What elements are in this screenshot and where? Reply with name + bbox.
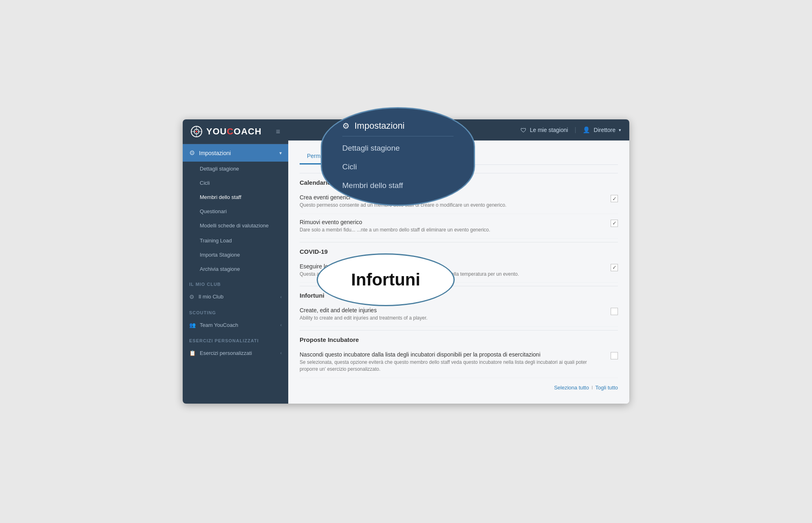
section-label-scouting: SCOUTING (183, 305, 288, 318)
direttore-chevron-icon: ▾ (619, 128, 621, 133)
sidebar-item-impostazioni[interactable]: ⚙ Impostazioni ▾ (183, 144, 288, 162)
tooltip-item-membri[interactable]: Membri dello staff (342, 179, 454, 192)
seleziona-tutto-link[interactable]: Seleziona tutto (554, 385, 589, 391)
club-gear-icon: ⚙ (189, 294, 194, 300)
tooltip-title: ⚙ Impostazioni (342, 121, 454, 136)
section-label-club: IL MIO CLUB (183, 276, 288, 289)
sidebar-sub-training[interactable]: Training Load (183, 233, 288, 248)
youcoach-logo-icon (191, 126, 202, 137)
checkbox-screening[interactable] (611, 264, 618, 271)
sidebar-sub-importa[interactable]: Importa Stagione (183, 248, 288, 262)
sidebar: YOUCOACH ≡ ⚙ Impostazioni ▾ Dettagli sta… (183, 119, 288, 404)
impostazioni-gear-icon: ⚙ (189, 149, 195, 157)
logo-text: YOUCOACH (206, 126, 261, 137)
logo-coach: C (227, 126, 234, 136)
scouting-chevron-icon: ‹ (280, 322, 282, 327)
logo-oach: OACH (234, 126, 262, 136)
hamburger-icon[interactable]: ≡ (276, 128, 280, 136)
gear-icon: ⚙ (342, 121, 350, 131)
tooltip-item-cicli[interactable]: Cicli (342, 160, 454, 174)
club-chevron-icon: ‹ (280, 294, 282, 299)
checkbox-injuries[interactable] (611, 308, 618, 315)
logo-you: YOU (206, 126, 227, 136)
permission-crea-eventi-text: Crea eventi generici Questo permesso con… (300, 194, 604, 209)
actions-separator: I (592, 385, 593, 391)
tooltip-impostazioni: ⚙ Impostazioni Dettagli stagione Cicli M… (321, 107, 475, 206)
sidebar-sub-membri[interactable]: Membri dello staff (183, 190, 288, 204)
permission-rimuovi-evento-text: Rimuovi evento generico Dare solo a memb… (300, 219, 604, 233)
sidebar-sub-questionari[interactable]: Questionari (183, 204, 288, 218)
esercizi-clipboard-icon: 📋 (189, 350, 196, 356)
permission-incubatore: Nascondi questo incubatore dalla lista d… (300, 346, 618, 378)
checkbox-incubatore[interactable] (611, 352, 618, 359)
togli-tutto-link[interactable]: Togli tutto (595, 385, 618, 391)
topbar-stagioni[interactable]: 🛡 Le mie stagioni (520, 127, 568, 134)
tooltip-infortuni: Infortuni (317, 253, 455, 306)
topbar-divider: | (574, 126, 576, 134)
checkbox-rimuovi-evento[interactable] (611, 220, 618, 227)
esercizi-chevron-icon: ‹ (280, 350, 282, 355)
sidebar-sub-cicli[interactable]: Cicli (183, 176, 288, 190)
bottom-actions: Seleziona tutto I Togli tutto (300, 378, 618, 394)
permission-injuries: Create, edit and delete injuries Ability… (300, 302, 618, 327)
sidebar-sub-dettagli[interactable]: Dettagli stagione (183, 162, 288, 176)
sidebar-sub-modelli[interactable]: Modelli schede di valutazione (183, 218, 288, 233)
sidebar-item-scouting[interactable]: 👥 Team YouCoach ‹ (183, 318, 288, 333)
sidebar-logo: YOUCOACH ≡ (183, 119, 288, 144)
svg-point-4 (196, 131, 197, 132)
section-incubatore: Proposte Incubatore (300, 330, 618, 346)
permission-rimuovi-evento: Rimuovi evento generico Dare solo a memb… (300, 214, 618, 239)
permission-injuries-text: Create, edit and delete injuries Ability… (300, 307, 604, 322)
topbar-direttore[interactable]: 👤 Direttore ▾ (583, 126, 621, 134)
sidebar-item-esercizi[interactable]: 📋 Esercizi personalizzati ‹ (183, 346, 288, 361)
impostazioni-chevron-icon: ▾ (279, 150, 282, 156)
sidebar-sub-archivia[interactable]: Archivia stagione (183, 262, 288, 276)
scouting-binoculars-icon: 👥 (189, 322, 196, 328)
shield-icon: 🛡 (520, 127, 527, 134)
section-covid: COVID-19 (300, 242, 618, 258)
user-icon: 👤 (583, 126, 590, 134)
sidebar-item-club[interactable]: ⚙ Il mio Club ‹ (183, 289, 288, 305)
permission-incubatore-text: Nascondi questo incubatore dalla lista d… (300, 351, 604, 373)
section-label-esercizi: ESERCIZI PERSONALIZZATI (183, 333, 288, 346)
checkbox-crea-eventi[interactable] (611, 195, 618, 202)
tooltip-item-dettagli[interactable]: Dettagli stagione (342, 141, 454, 155)
